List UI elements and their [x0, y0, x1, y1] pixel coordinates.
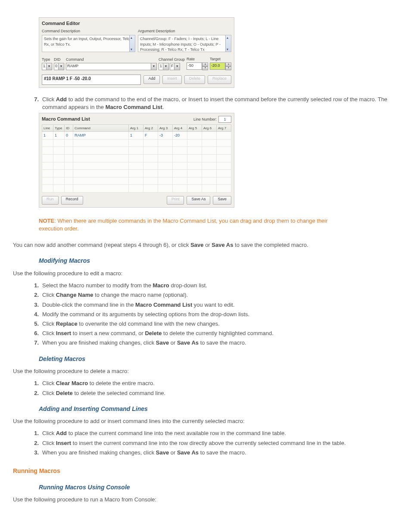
- t: to place the current command line into t…: [67, 430, 286, 436]
- step-text: Click Add to add the command to the end …: [42, 96, 398, 111]
- t: Click: [42, 390, 56, 396]
- bold: Save: [156, 339, 169, 346]
- paragraph: You can now add another command (repeat …: [13, 241, 398, 249]
- col: Type: [53, 124, 65, 131]
- ce-cmddesc-text: Sets the gain for an Input, Output, Proc…: [42, 35, 135, 52]
- ce-target-value: -20.0: [210, 62, 225, 70]
- chevron-down-icon: ▼: [163, 63, 169, 70]
- t: to save the macro.: [199, 339, 246, 346]
- bold: Save: [190, 242, 203, 248]
- bold: Delete: [145, 330, 162, 336]
- cell: 1: [42, 132, 53, 140]
- mcl-record-button: Record: [61, 196, 83, 205]
- scrollbar-icon: [129, 35, 135, 52]
- ce-command-value: RAMP: [66, 63, 151, 70]
- t: Click: [42, 430, 56, 436]
- t: Click: [42, 440, 56, 446]
- table-row: .: [42, 170, 231, 177]
- t: Select the Macro number to modify from t…: [42, 282, 153, 289]
- note-label: NOTE: [39, 218, 54, 224]
- table-row: .: [42, 162, 231, 170]
- list-item: 3.Double-click the command line in the M…: [28, 301, 398, 309]
- col: Arg 6: [202, 124, 217, 131]
- t: or: [204, 242, 212, 248]
- heading-running-macros: Running Macros: [13, 467, 398, 476]
- t: to save the macro.: [199, 449, 246, 456]
- t: drop-down list.: [169, 282, 207, 289]
- heading-modifying: Modifying Macros: [39, 257, 398, 265]
- spinner-icon: ▴▾: [202, 62, 208, 70]
- mcl-header-row: LineTypeIDCommandArg 1Arg 2Arg 3Arg 4Arg…: [42, 124, 231, 131]
- mcl-saveas-button: Save As: [187, 196, 210, 205]
- step-text: Click Change Name to change the macro na…: [42, 291, 398, 299]
- ce-command-label: Command: [66, 57, 157, 62]
- t: you want to edit.: [192, 302, 234, 308]
- ce-rate-value: -50: [187, 62, 202, 70]
- t: or: [169, 339, 177, 346]
- t: .: [162, 104, 164, 110]
- step-text: Modify the command or its arguments by s…: [42, 311, 398, 318]
- bold: Save: [156, 449, 169, 456]
- cell: 1: [129, 132, 143, 140]
- heading-running-console: Running Macros Using Console: [39, 483, 398, 492]
- t: to add the command to the end of the mac…: [42, 96, 387, 110]
- ce-type-dd: 1▼: [42, 63, 52, 70]
- mcl-title: Macro Command List: [42, 116, 90, 122]
- bold: Save As: [177, 339, 199, 346]
- cell: 1: [53, 132, 65, 140]
- mcl-linenumber-label: Line Number:: [193, 117, 217, 122]
- col: Arg 1: [129, 124, 143, 131]
- bold: Insert: [56, 330, 71, 336]
- step-number: 2.: [28, 389, 42, 397]
- step-text: Click Clear Macro to delete the entire m…: [42, 380, 398, 387]
- bold: Delete: [56, 390, 73, 396]
- ce-replace-button: Replace: [208, 75, 231, 84]
- bold: Clear Macro: [56, 380, 88, 386]
- t: or: [169, 449, 177, 456]
- t: to insert a new command, or: [71, 330, 145, 336]
- ce-argdesc-text: Channel/Group: F - Faders; I - Inputs; L…: [138, 35, 231, 52]
- list-item: 2.Click Insert to insert the current com…: [28, 439, 398, 447]
- col: Arg 4: [173, 124, 187, 131]
- col: Arg 5: [187, 124, 202, 131]
- t: to overwrite the old command line with t…: [78, 320, 220, 327]
- t: Modify the command or its arguments by s…: [42, 311, 249, 317]
- note-text: : When there are multiple commands in th…: [39, 218, 328, 232]
- mcl-run-button: Run: [42, 196, 59, 205]
- col: Arg 7: [217, 124, 231, 131]
- step-text: When you are finished making changes, cl…: [42, 339, 398, 347]
- t: When you are finished making changes, cl…: [42, 449, 156, 456]
- step-number: 1.: [28, 282, 42, 289]
- col: Arg 3: [158, 124, 173, 131]
- step-number: 7.: [28, 339, 42, 347]
- col: Arg 2: [143, 124, 158, 131]
- cell: F: [143, 132, 158, 140]
- step-text: Click Add to place the current command l…: [42, 429, 398, 437]
- cell: RAMP: [73, 132, 129, 140]
- step-number: 6.: [28, 330, 42, 337]
- list-item: 2.Click Change Name to change the macro …: [28, 291, 398, 299]
- ce-channel-value: 1: [159, 63, 163, 70]
- ce-argdesc-value: Channel/Group: F - Faders; I - Inputs; L…: [140, 37, 221, 52]
- paragraph: Use the following procedure to edit a ma…: [13, 270, 398, 277]
- bold: Macro Command List: [135, 302, 192, 308]
- ce-preview: #10 RAMP 1 F -50 -20.0: [42, 75, 141, 85]
- cell: [202, 132, 217, 140]
- t: Click: [42, 292, 56, 298]
- scrollbar-icon: [225, 35, 231, 52]
- cell: [217, 132, 231, 140]
- t: Double-click the command line in the: [42, 302, 135, 308]
- ce-target-label: Target: [210, 56, 231, 62]
- ce-type-label: Type: [42, 57, 52, 62]
- t: to change the macro name (optional).: [93, 292, 188, 298]
- ce-argdesc-label: Argument Description: [138, 28, 231, 34]
- ce-target-spin: -20.0▴▾: [210, 62, 231, 70]
- col: ID: [65, 124, 73, 131]
- step-number: 2.: [28, 439, 42, 447]
- ce-did-dd: 0▼: [54, 63, 64, 70]
- paragraph: Use the following procedure to run a Mac…: [13, 496, 398, 504]
- spinner-icon: ▴▾: [225, 62, 231, 70]
- list-item: 7.When you are finished making changes, …: [28, 339, 398, 347]
- t: to delete the entire macro.: [88, 380, 155, 386]
- t: You can now add another command (repeat …: [13, 242, 190, 248]
